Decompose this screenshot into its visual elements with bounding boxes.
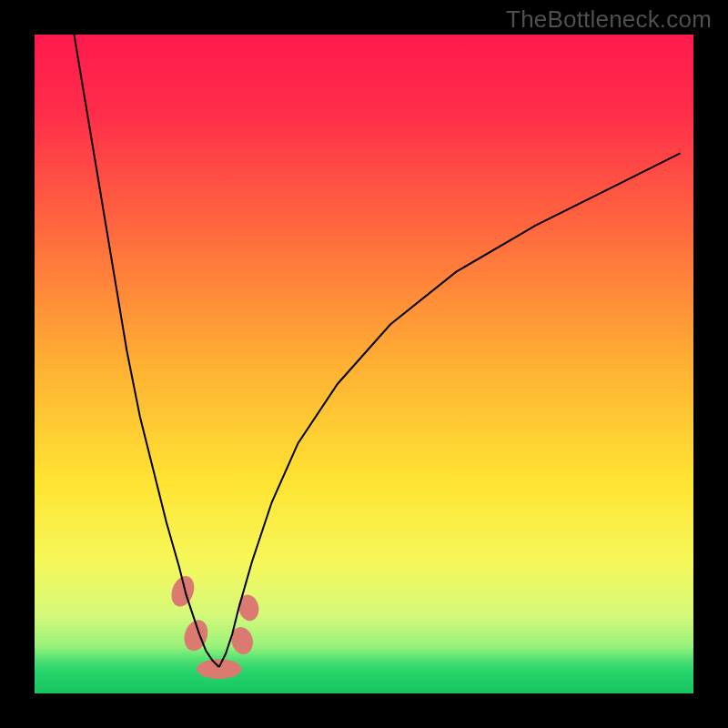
right-branch-curve <box>219 153 681 667</box>
right-upper-blob <box>237 592 261 622</box>
chart-overlay <box>35 35 693 693</box>
watermark-text: TheBottleneck.com <box>506 5 712 34</box>
bottom-blob <box>197 659 241 679</box>
left-branch-curve <box>74 35 218 667</box>
outer-frame: TheBottleneck.com <box>0 0 728 728</box>
